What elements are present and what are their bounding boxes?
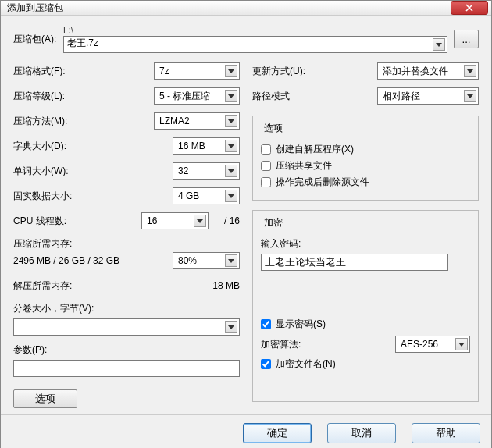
- chevron-down-icon: [225, 140, 237, 152]
- chevron-down-icon: [225, 254, 237, 267]
- solid-label: 固实数据大小:: [13, 190, 88, 203]
- window-title: 添加到压缩包: [7, 2, 63, 15]
- update-value: 添加并替换文件: [383, 65, 448, 78]
- format-label: 压缩格式(F):: [13, 65, 88, 78]
- dict-value: 16 MB: [178, 140, 205, 151]
- sfx-checkbox[interactable]: 创建自解压程序(X): [261, 143, 470, 156]
- volume-label: 分卷大小，字节(V):: [13, 303, 94, 314]
- dropdown-arrow-icon: [433, 38, 445, 51]
- shared-checkbox[interactable]: 压缩共享文件: [261, 159, 470, 172]
- password-input[interactable]: [261, 254, 448, 271]
- ok-button[interactable]: 确定: [243, 423, 312, 443]
- chevron-down-icon: [225, 190, 237, 202]
- chevron-down-icon: [225, 90, 237, 102]
- decompress-mem-label: 解压所需内存:: [13, 279, 88, 293]
- help-button[interactable]: 帮助: [412, 423, 480, 443]
- browse-button[interactable]: ...: [454, 30, 479, 48]
- chevron-down-icon: [464, 65, 476, 77]
- password-label: 输入密码:: [261, 237, 470, 251]
- delete-checkbox-input[interactable]: [261, 177, 271, 187]
- solid-combo[interactable]: 4 GB: [173, 187, 240, 204]
- threads-value: 16: [147, 215, 157, 226]
- word-label: 单词大小(W):: [13, 165, 88, 178]
- chevron-down-icon: [225, 165, 237, 177]
- method-value: LZMA2: [159, 116, 190, 126]
- format-combo[interactable]: 7z: [154, 62, 240, 80]
- enc-method-label: 加密算法:: [261, 338, 301, 351]
- compress-mem-pct-combo[interactable]: 80%: [173, 252, 240, 269]
- word-combo[interactable]: 32: [173, 162, 240, 180]
- dict-combo[interactable]: 16 MB: [173, 137, 240, 155]
- chevron-down-icon: [194, 215, 206, 227]
- encryption-fieldset: 加密 输入密码: 显示密码(S) 加密算法: AES-256: [252, 210, 479, 402]
- close-icon: [465, 4, 473, 12]
- delete-checkbox-label: 操作完成后删除源文件: [276, 176, 369, 189]
- shared-checkbox-input[interactable]: [261, 161, 271, 171]
- method-label: 压缩方法(M):: [13, 115, 88, 128]
- threads-max: / 16: [213, 215, 240, 226]
- cancel-button[interactable]: 取消: [327, 423, 396, 443]
- chevron-down-icon: [464, 90, 476, 102]
- params-input[interactable]: [13, 360, 240, 377]
- sfx-checkbox-input[interactable]: [261, 144, 271, 155]
- pathmode-combo[interactable]: 相对路径: [377, 87, 479, 105]
- threads-combo[interactable]: 16: [141, 212, 209, 229]
- solid-value: 4 GB: [178, 190, 199, 201]
- show-password-checkbox[interactable]: 显示密码(S): [261, 318, 470, 331]
- threads-label: CPU 线程数:: [13, 215, 88, 228]
- enc-method-value: AES-256: [401, 339, 438, 350]
- encrypt-names-checkbox[interactable]: 加密文件名(N): [261, 357, 470, 371]
- compress-mem-label: 压缩所需内存:: [13, 238, 72, 249]
- encryption-legend: 加密: [261, 216, 286, 229]
- archive-path: F:\: [63, 25, 447, 34]
- chevron-down-icon: [225, 321, 237, 333]
- options-fieldset: 选项 创建自解压程序(X) 压缩共享文件 操作完成后删除源文件: [252, 116, 479, 201]
- pathmode-value: 相对路径: [383, 90, 420, 103]
- update-label: 更新方式(U):: [252, 65, 315, 78]
- dict-label: 字典大小(D):: [13, 140, 88, 153]
- compress-mem-value: 2496 MB / 26 GB / 32 GB: [13, 255, 119, 266]
- level-value: 5 - 标准压缩: [159, 90, 210, 103]
- archive-name-combo[interactable]: 老王.7z: [63, 36, 447, 53]
- archive-label: 压缩包(A):: [13, 33, 57, 46]
- word-value: 32: [178, 165, 188, 176]
- options-button[interactable]: 选项: [13, 389, 77, 408]
- chevron-down-icon: [225, 65, 237, 77]
- close-button[interactable]: [451, 1, 488, 15]
- show-password-label: 显示密码(S): [276, 318, 326, 331]
- update-combo[interactable]: 添加并替换文件: [377, 62, 479, 80]
- params-label: 参数(P):: [13, 344, 47, 355]
- volume-combo[interactable]: [13, 318, 240, 336]
- encrypt-names-checkbox-input[interactable]: [261, 359, 271, 369]
- shared-checkbox-label: 压缩共享文件: [276, 159, 332, 172]
- format-value: 7z: [159, 66, 169, 76]
- enc-method-combo[interactable]: AES-256: [395, 336, 470, 353]
- show-password-checkbox-input[interactable]: [261, 319, 271, 329]
- method-combo[interactable]: LZMA2: [154, 112, 240, 130]
- encrypt-names-label: 加密文件名(N): [276, 357, 336, 371]
- chevron-down-icon: [225, 115, 237, 127]
- sfx-checkbox-label: 创建自解压程序(X): [276, 143, 354, 156]
- level-combo[interactable]: 5 - 标准压缩: [154, 87, 240, 105]
- pathmode-label: 路径模式: [252, 90, 315, 103]
- archive-name-value: 老王.7z: [67, 37, 98, 48]
- chevron-down-icon: [455, 338, 468, 350]
- delete-checkbox[interactable]: 操作完成后删除源文件: [261, 176, 470, 189]
- decompress-mem-value: 18 MB: [212, 280, 240, 291]
- options-legend: 选项: [261, 122, 286, 135]
- level-label: 压缩等级(L):: [13, 90, 88, 103]
- compress-mem-pct: 80%: [178, 255, 197, 266]
